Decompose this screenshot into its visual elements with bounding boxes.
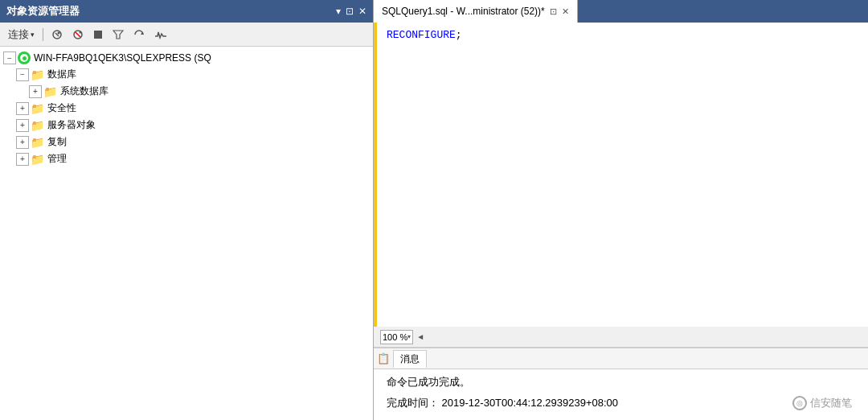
messages-tab-bar: 📋 消息	[374, 348, 868, 369]
svg-marker-7	[113, 31, 123, 39]
management-label: 管理	[47, 152, 67, 166]
tree-item-security[interactable]: + 📁 安全性	[0, 100, 373, 117]
svg-point-2	[58, 31, 60, 34]
filter1-icon[interactable]	[48, 27, 66, 42]
tree-item-server-objects[interactable]: + 📁 服务器对象	[0, 117, 373, 134]
tree-item-databases[interactable]: − 📁 数据库	[0, 66, 373, 83]
query-tab[interactable]: SQLQuery1.sql - W...ministrator (52))* ⊡…	[374, 0, 578, 23]
query-tab-label: SQLQuery1.sql - W...ministrator (52))*	[382, 6, 545, 17]
server-objects-label: 服务器对象	[47, 118, 96, 132]
left-panel: 对象资源管理器 ▾ ⊡ ✕ 连接 ▾	[0, 0, 374, 420]
tab-close-icon[interactable]: ✕	[562, 6, 569, 17]
code-keyword-reconfigure: RECONFIGURE	[387, 29, 456, 41]
editor-area: RECONFIGURE;	[374, 23, 868, 327]
replication-label: 复制	[47, 135, 67, 149]
replication-folder-icon: 📁	[31, 136, 44, 149]
toolbar-separator-1	[43, 28, 43, 41]
watermark: ◎ 信安随笔	[792, 396, 852, 410]
panel-title-bar: 对象资源管理器 ▾ ⊡ ✕	[0, 0, 373, 23]
activity-icon[interactable]	[151, 28, 170, 41]
message-line1: 命令已成功完成。	[387, 374, 855, 390]
tree-item-replication[interactable]: + 📁 复制	[0, 134, 373, 150]
pin2-icon[interactable]: ⊡	[346, 6, 354, 17]
messages-tab-icon: 📋	[377, 352, 390, 364]
databases-expand[interactable]: −	[16, 68, 29, 81]
stop-icon[interactable]	[90, 28, 106, 41]
panel-title: 对象资源管理器	[6, 4, 80, 19]
management-folder-icon: 📁	[31, 153, 44, 166]
tree-view[interactable]: − WIN-FFA9BQ1QEK3\SQLEXPRESS (SQ − 📁 数据库…	[0, 47, 373, 420]
object-explorer-toolbar: 连接 ▾	[0, 23, 373, 47]
tree-item-server[interactable]: − WIN-FFA9BQ1QEK3\SQLEXPRESS (SQ	[0, 50, 373, 66]
tree-item-system-databases[interactable]: + 📁 系统数据库	[0, 83, 373, 100]
databases-folder-icon: 📁	[31, 68, 44, 81]
filter-icon[interactable]	[109, 27, 127, 42]
server-expand[interactable]: −	[3, 51, 16, 64]
right-panel: SQLQuery1.sql - W...ministrator (52))* ⊡…	[374, 0, 868, 420]
tab-pin-icon[interactable]: ⊡	[550, 6, 557, 17]
management-expand[interactable]: +	[16, 153, 29, 166]
server-objects-expand[interactable]: +	[16, 119, 29, 132]
code-area[interactable]: RECONFIGURE;	[377, 23, 868, 327]
server-objects-folder-icon: 📁	[31, 119, 44, 132]
zoom-value: 100 %	[383, 332, 407, 342]
server-label: WIN-FFA9BQ1QEK3\SQLEXPRESS (SQ	[34, 52, 211, 64]
main-container: 对象资源管理器 ▾ ⊡ ✕ 连接 ▾	[0, 0, 868, 420]
zoom-bar: 100 % ▾ ◄	[374, 327, 868, 348]
code-punctuation: ;	[456, 29, 462, 41]
security-label: 安全性	[47, 101, 76, 115]
messages-tab-label: 消息	[400, 353, 420, 364]
svg-rect-6	[94, 31, 102, 39]
server-icon	[18, 51, 31, 64]
message-line2: 完成时间： 2019-12-30T00:44:12.2939239+08:00	[387, 395, 855, 411]
messages-content: 命令已成功完成。 完成时间： 2019-12-30T00:44:12.29392…	[374, 369, 868, 420]
zoom-dropdown[interactable]: 100 % ▾	[380, 330, 413, 344]
messages-tab[interactable]: 消息	[393, 350, 427, 368]
system-databases-label: 系统数据库	[60, 84, 108, 98]
connect-dropdown-icon[interactable]: ▾	[31, 31, 35, 39]
watermark-brand: 信安随笔	[810, 396, 852, 410]
replication-expand[interactable]: +	[16, 136, 29, 149]
security-expand[interactable]: +	[16, 102, 29, 115]
bottom-area: 📋 消息 命令已成功完成。 完成时间： 2019-12-30T00:44:12.…	[374, 348, 868, 420]
system-databases-folder-icon: 📁	[43, 85, 57, 98]
disconnect-icon[interactable]	[69, 27, 87, 42]
security-folder-icon: 📁	[31, 102, 44, 115]
connect-label: 连接	[8, 27, 29, 42]
watermark-icon: ◎	[792, 396, 807, 410]
svg-point-5	[80, 31, 82, 33]
scroll-left-button[interactable]: ◄	[416, 332, 424, 341]
panel-title-icons: ▾ ⊡ ✕	[336, 6, 366, 17]
tree-item-management[interactable]: + 📁 管理	[0, 150, 373, 167]
refresh-icon[interactable]	[130, 27, 148, 42]
query-tab-bar: SQLQuery1.sql - W...ministrator (52))* ⊡…	[374, 0, 868, 23]
databases-label: 数据库	[47, 68, 76, 81]
close-panel-icon[interactable]: ✕	[358, 6, 366, 17]
connect-button[interactable]: 连接 ▾	[5, 26, 38, 43]
zoom-dropdown-arrow[interactable]: ▾	[407, 333, 411, 340]
system-databases-expand[interactable]: +	[29, 85, 42, 98]
pin-icon[interactable]: ▾	[336, 6, 341, 17]
